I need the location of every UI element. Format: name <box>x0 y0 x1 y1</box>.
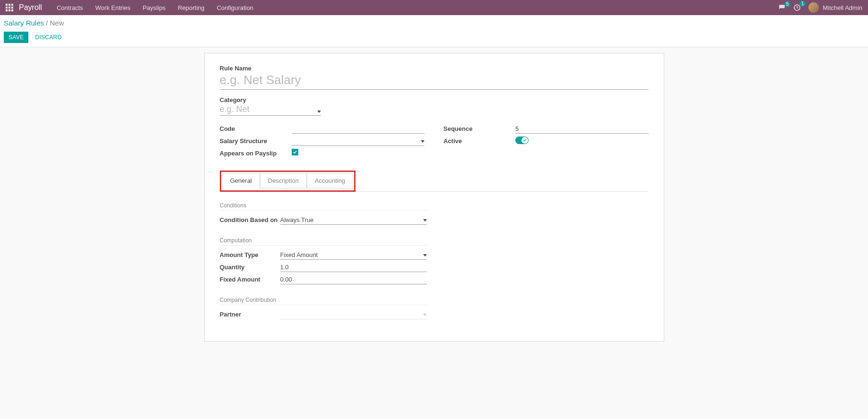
breadcrumb-current: New <box>50 19 64 27</box>
caret-down-icon[interactable] <box>421 140 425 143</box>
caret-down-icon[interactable] <box>317 111 321 113</box>
tab-accounting[interactable]: Accounting <box>307 173 353 188</box>
activities-badge: 1 <box>799 1 806 7</box>
amount-type-label: Amount Type <box>220 250 280 258</box>
nav-configuration[interactable]: Configuration <box>211 0 260 15</box>
user-menu[interactable]: Mitchell Admin <box>808 2 862 13</box>
tab-description[interactable]: Description <box>260 173 307 188</box>
discard-button[interactable]: DISCARD <box>30 32 66 43</box>
breadcrumb-parent[interactable]: Salary Rules <box>4 19 44 27</box>
nav-menu: Contracts Work Entries Payslips Reportin… <box>51 0 260 15</box>
nav-payslips[interactable]: Payslips <box>137 0 172 15</box>
partner-label: Partner <box>220 310 280 318</box>
caret-down-icon[interactable] <box>423 314 427 316</box>
save-button[interactable]: SAVE <box>4 32 28 43</box>
category-label: Category <box>220 96 649 103</box>
condition-based-label: Condition Based on <box>220 215 280 223</box>
form-sheet: Rule Name Category Code Salary Structure <box>204 53 664 342</box>
sequence-label: Sequence <box>443 124 515 132</box>
control-panel: Salary Rules / New SAVE DISCARD <box>0 15 868 47</box>
nav-right: 5 1 Mitchell Admin <box>778 2 862 13</box>
category-input[interactable] <box>220 103 321 116</box>
quantity-label: Quantity <box>220 263 280 271</box>
avatar <box>808 2 819 13</box>
fixed-amount-label: Fixed Amount <box>220 275 280 283</box>
app-brand[interactable]: Payroll <box>19 3 42 12</box>
activities-icon[interactable]: 1 <box>793 4 801 11</box>
caret-down-icon[interactable] <box>423 219 427 222</box>
active-label: Active <box>443 137 515 145</box>
fixed-amount-input[interactable] <box>280 275 427 284</box>
tab-general[interactable]: General <box>222 173 260 188</box>
tabs-highlight: General Description Accounting <box>220 171 356 192</box>
rule-name-input[interactable] <box>220 72 649 90</box>
salary-structure-input[interactable] <box>292 137 425 146</box>
nav-contracts[interactable]: Contracts <box>51 0 89 15</box>
quantity-input[interactable] <box>280 263 427 272</box>
active-toggle[interactable] <box>515 137 529 144</box>
appears-label: Appears on Payslip <box>220 149 292 157</box>
code-input[interactable] <box>292 124 425 134</box>
nav-work-entries[interactable]: Work Entries <box>89 0 137 15</box>
sequence-input[interactable] <box>515 124 649 134</box>
salary-structure-label: Salary Structure <box>220 137 292 145</box>
amount-type-select[interactable] <box>280 250 427 260</box>
caret-down-icon[interactable] <box>423 254 427 257</box>
messages-badge: 5 <box>784 1 791 7</box>
condition-based-select[interactable] <box>280 215 427 225</box>
section-conditions: Conditions <box>220 202 428 211</box>
section-computation: Computation <box>220 237 428 246</box>
code-label: Code <box>220 124 292 132</box>
appears-checkbox[interactable] <box>292 149 298 155</box>
user-name: Mitchell Admin <box>823 4 862 11</box>
breadcrumb: Salary Rules / New <box>4 19 860 27</box>
apps-icon[interactable] <box>6 4 13 11</box>
nav-reporting[interactable]: Reporting <box>172 0 210 15</box>
top-nav: Payroll Contracts Work Entries Payslips … <box>0 0 868 15</box>
messages-icon[interactable]: 5 <box>778 4 786 11</box>
section-company-contribution: Company Contribution <box>220 297 428 305</box>
partner-input[interactable] <box>280 310 427 319</box>
rule-name-label: Rule Name <box>220 65 649 72</box>
